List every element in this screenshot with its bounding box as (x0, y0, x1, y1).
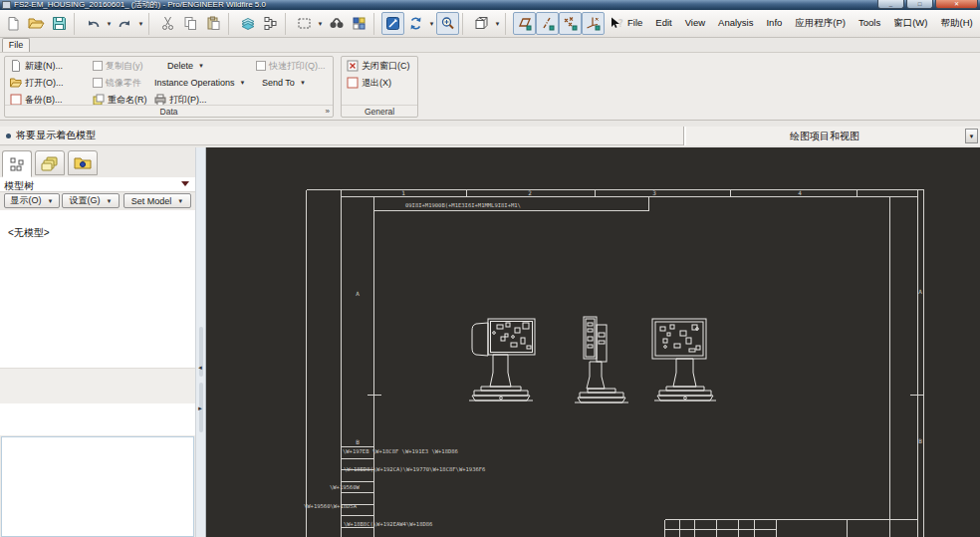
mirror-part-button[interactable]: 镜像零件 (93, 76, 141, 90)
send-to-button[interactable]: Send To▼ (262, 76, 306, 90)
select-box-icon[interactable] (293, 12, 316, 35)
appearance-grid-icon[interactable] (348, 12, 370, 35)
menu-edit[interactable]: Edit (655, 17, 671, 30)
model-tree-header: 模型树 (0, 177, 195, 192)
title-block (665, 520, 918, 537)
general-group-label: General (342, 105, 417, 117)
menu-window[interactable]: 窗口(W) (893, 17, 927, 30)
instance-operations-button[interactable]: Instance Operations▼ (154, 76, 246, 90)
datum-points-icon[interactable] (559, 12, 582, 35)
delete-button[interactable]: Delete▼ (167, 59, 204, 73)
undo-dropdown-arrow[interactable]: ▼ (105, 13, 114, 34)
repaint-icon[interactable] (404, 12, 427, 35)
menu-info[interactable]: Info (766, 17, 782, 30)
drawing-panel-title: 绘图项目和视图 (684, 130, 965, 143)
ribbon-tab-strip: File (0, 38, 980, 52)
sheet-frame (307, 190, 924, 537)
select-dropdown-arrow[interactable]: ▼ (316, 13, 325, 34)
paste-icon[interactable] (202, 12, 225, 35)
maximize-button[interactable]: □ (906, 0, 933, 9)
menu-view[interactable]: View (685, 17, 705, 30)
datum-planes-icon[interactable] (513, 12, 536, 35)
copy-icon[interactable] (179, 12, 202, 35)
menu-tools[interactable]: Tools (858, 17, 880, 30)
datum-csys-icon[interactable] (582, 12, 605, 35)
layers-icon[interactable] (236, 12, 259, 35)
menu-analysis[interactable]: Analysis (718, 17, 753, 30)
view-orientation-dropdown-arrow[interactable]: ▼ (493, 13, 502, 34)
side-view[interactable] (575, 317, 628, 403)
redo-icon[interactable] (114, 12, 136, 35)
show-dropdown-arrow: ▼ (48, 198, 54, 204)
drawing-panel-dropdown-button[interactable]: ▼ (965, 129, 978, 143)
redo-dropdown-arrow[interactable]: ▼ (136, 13, 145, 34)
back-view[interactable] (652, 319, 716, 401)
menu-file[interactable]: File (627, 17, 642, 30)
tab-folder-browser[interactable] (68, 150, 98, 175)
tab-model-tree[interactable] (2, 150, 32, 177)
navigator-panel: 模型树 显示(O)▼ 设置(G)▼ Set Model▼ <无模型> (0, 147, 195, 537)
exit-button[interactable]: 退出(X) (347, 76, 391, 90)
delete-dropdown-arrow: ▼ (198, 63, 204, 69)
menu-applications[interactable]: 应用程序(P) (795, 17, 846, 30)
model-tree-empty-item[interactable]: <无模型> (0, 210, 195, 240)
drawing-panel-header: 绘图项目和视图 ▼ (683, 127, 980, 145)
close-window-button[interactable]: 关闭窗口(C) (347, 59, 410, 73)
layer-tree-tab-icon (41, 155, 59, 171)
instance-operations-dropdown-arrow: ▼ (240, 80, 246, 86)
context-help-icon[interactable]: ? (605, 12, 627, 35)
show-button[interactable]: 显示(O)▼ (4, 193, 60, 208)
settings-dropdown-arrow: ▼ (107, 198, 113, 204)
view-orientation-icon[interactable] (470, 12, 493, 35)
open-button[interactable]: 打开(O)... (10, 76, 64, 90)
model-tree-header-dropdown-icon[interactable] (181, 181, 189, 186)
model-tree-tab-icon (9, 156, 25, 172)
menu-help[interactable]: 帮助(H) (941, 17, 973, 30)
zone-number: 1 (401, 189, 405, 196)
new-icon[interactable] (2, 12, 25, 35)
model-tree-icon[interactable] (259, 12, 282, 35)
zone-number: 3 (652, 189, 656, 196)
zoom-in-icon[interactable] (436, 12, 459, 35)
drawing-canvas[interactable]: 1 2 3 4 A A B B 09I8I+M1900B(+M1E3I6I+M1… (206, 147, 980, 537)
app-icon (2, 1, 11, 9)
mirror-part-icon (93, 78, 103, 88)
svg-text:?: ? (617, 18, 623, 29)
ribbon-tab-file[interactable]: File (2, 38, 30, 52)
collapse-left-icon[interactable]: ◄ (197, 365, 203, 371)
send-to-dropdown-arrow: ▼ (300, 80, 306, 86)
window-title: FS2-EM_HOUSING_20160601_ (活动的) - Pro/ENG… (14, 0, 266, 10)
open-icon[interactable] (25, 12, 48, 35)
minimize-button[interactable]: _ (877, 0, 904, 9)
main-toolbar: ▼ ▼ ▼ ▼ ▼ ? File Edit View Analysis Info… (0, 10, 980, 38)
front-view[interactable] (469, 319, 535, 401)
cut-icon[interactable] (156, 12, 179, 35)
undo-icon[interactable] (82, 12, 105, 35)
top-note: 09I8I+M1900B(+M1E3I6I+M1MML9I8I+M1\ (405, 202, 521, 208)
set-model-dropdown-arrow: ▼ (177, 198, 183, 204)
shaded-view-icon[interactable] (381, 12, 404, 35)
annotation: \W+197EB \W+18C8F \W+191E3 \W+18D86 (343, 448, 458, 454)
datum-axes-icon[interactable] (536, 12, 559, 35)
find-icon[interactable] (325, 12, 348, 35)
navigator-splitter[interactable]: ◄ ► (195, 147, 206, 537)
annotation: \W+19560W (330, 484, 360, 490)
new-button[interactable]: 新建(N)... (10, 59, 63, 73)
expand-right-icon[interactable]: ► (197, 405, 203, 411)
ribbon-group-general: 关闭窗口(C) 退出(X) General (341, 56, 418, 118)
set-model-button[interactable]: Set Model▼ (123, 193, 191, 208)
copy-from-button[interactable]: 复制自(y) (93, 59, 143, 73)
message-text: 将要显示着色模型 (16, 129, 96, 142)
model-tree-area: <无模型> (0, 210, 195, 368)
zone-letter: A (356, 290, 360, 297)
navigator-lower-strip (0, 368, 195, 403)
close-button[interactable]: ✕ (935, 0, 978, 9)
navigator-bottom-pane (1, 436, 194, 537)
data-group-chevron-icon[interactable]: » (326, 107, 330, 116)
tab-layer-tree[interactable] (35, 150, 65, 175)
settings-button[interactable]: 设置(G)▼ (62, 193, 120, 208)
zone-number: 4 (798, 189, 802, 196)
repaint-dropdown-arrow[interactable]: ▼ (427, 13, 436, 34)
quick-print-button[interactable]: 快速打印(Q)... (256, 59, 326, 73)
save-icon[interactable] (48, 12, 71, 35)
